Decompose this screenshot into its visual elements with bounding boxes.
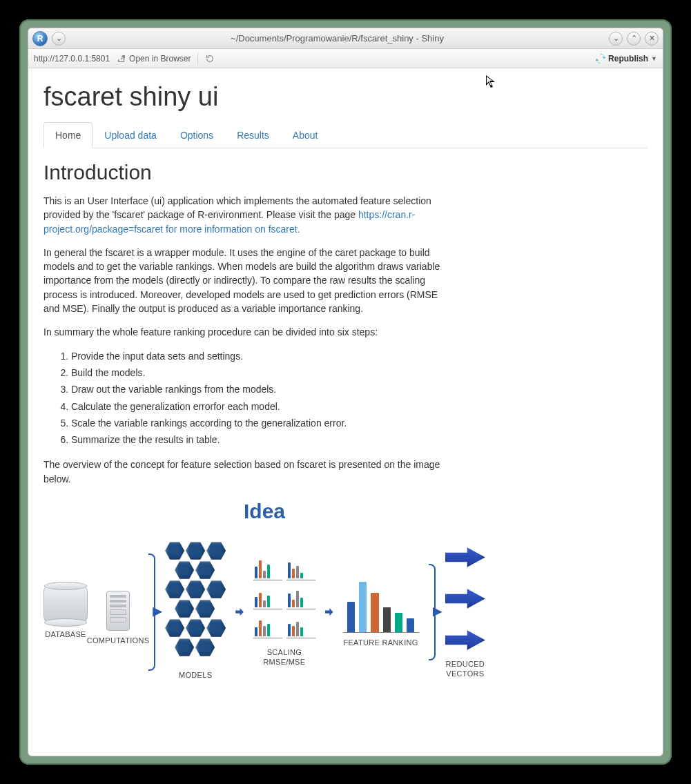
feature-ranking-icon <box>343 576 419 633</box>
window-minimize-button[interactable]: ⌄ <box>609 32 623 46</box>
republish-button[interactable]: Republish ▼ <box>596 54 657 63</box>
window-title: ~/Documents/Programowanie/R/fscaret_shin… <box>70 33 605 43</box>
intro-paragraph-4: The overview of the concept for feature … <box>43 458 444 486</box>
intro-paragraph-1: This is an User Interface (ui) applicati… <box>43 194 444 236</box>
content-area: fscaret shiny ui Home Upload data Option… <box>28 68 663 756</box>
dropdown-caret-icon: ▼ <box>651 55 657 62</box>
fanout-bracket-icon <box>429 564 436 660</box>
flow-arrow-icon <box>325 607 333 617</box>
scaling-label: SCALING RMSE/MSE <box>253 648 315 666</box>
r-logo-icon: R <box>32 31 48 46</box>
steps-list: Provide the input data sets and settings… <box>71 349 444 447</box>
reload-button[interactable] <box>205 54 215 63</box>
scaling-icon <box>253 557 315 638</box>
step-item: Scale the variable rankings according to… <box>71 416 444 430</box>
page-title: fscaret shiny ui <box>43 82 648 112</box>
database-label: DATABASE <box>45 630 86 639</box>
window-maximize-button[interactable]: ⌃ <box>627 32 641 46</box>
diagram-title: Idea <box>43 500 485 523</box>
toolbar-divider <box>197 53 198 64</box>
tab-results[interactable]: Results <box>225 122 281 148</box>
feature-ranking-label: FEATURE RANKING <box>343 638 418 647</box>
step-item: Calculate the generalization errorfor ea… <box>71 400 444 413</box>
step-item: Summarize the the results in table. <box>71 433 444 447</box>
reduced-vectors-label: REDUCED VECTORS <box>445 660 485 678</box>
chevron-up-icon: ⌃ <box>631 34 637 43</box>
computations-label: COMPUTATIONS <box>87 636 150 645</box>
chevron-down-icon: ⌄ <box>56 34 62 43</box>
models-icon <box>165 541 226 656</box>
concept-diagram: Idea DATABASE COMPUTATIONS <box>43 500 485 680</box>
open-in-browser-button[interactable]: Open in Browser <box>117 54 191 63</box>
tab-bar: Home Upload data Options Results About <box>43 121 648 148</box>
chevron-down-icon: ⌄ <box>613 34 619 43</box>
republish-label: Republish <box>608 54 648 63</box>
database-icon <box>43 585 88 625</box>
app-window: R ⌄ ~/Documents/Programowanie/R/fscaret_… <box>28 28 663 756</box>
url-display[interactable]: http://127.0.0.1:5801 <box>34 54 110 63</box>
popup-icon <box>117 54 126 63</box>
server-icon <box>106 591 130 631</box>
tab-home[interactable]: Home <box>43 122 93 148</box>
app-toolbar: http://127.0.0.1:5801 Open in Browser Re… <box>28 49 663 68</box>
intro-text: This is an User Interface (ui) applicati… <box>43 194 444 486</box>
window-close-button[interactable]: ✕ <box>645 32 659 46</box>
flow-arrow-icon <box>235 607 244 617</box>
section-heading: Introduction <box>43 161 648 184</box>
tab-about[interactable]: About <box>281 122 330 148</box>
window-titlebar: R ⌄ ~/Documents/Programowanie/R/fscaret_… <box>28 28 663 49</box>
intro-paragraph-3: In summary the whole feature ranking pro… <box>43 325 444 339</box>
close-icon: ✕ <box>649 34 655 43</box>
reduced-vectors-icon <box>445 545 485 651</box>
step-item: Provide the input data sets and settings… <box>71 349 444 363</box>
step-item: Build the models. <box>71 366 444 380</box>
window-menu-button[interactable]: ⌄ <box>52 32 66 46</box>
publish-icon <box>596 54 605 63</box>
models-label: MODELS <box>179 671 212 680</box>
tab-options[interactable]: Options <box>168 122 225 148</box>
tab-upload-data[interactable]: Upload data <box>93 122 168 148</box>
step-item: Draw out the variable rankings from the … <box>71 382 444 396</box>
open-in-browser-label: Open in Browser <box>129 54 191 63</box>
fanout-bracket-icon <box>148 553 155 671</box>
intro-paragraph-2: In general the fscaret is a wrapper modu… <box>43 246 444 315</box>
